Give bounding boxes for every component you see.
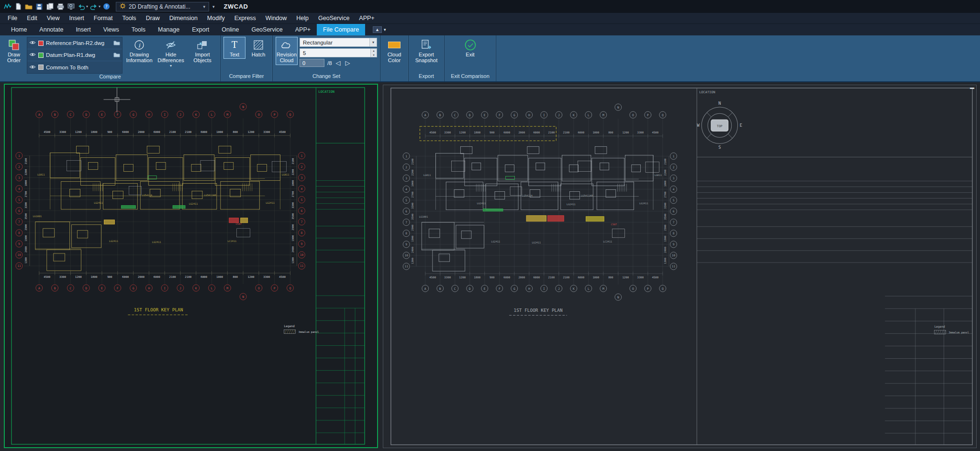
menu-app-plus[interactable]: APP+: [354, 15, 379, 22]
visibility-eye-icon[interactable]: [29, 52, 36, 58]
compass-top-label: TOP: [717, 124, 723, 128]
menu-help[interactable]: Help: [291, 15, 313, 22]
spin-down-icon[interactable]: ▾: [371, 53, 377, 57]
visibility-eye-icon[interactable]: [29, 64, 36, 71]
ribbon-collapse-button[interactable]: ▲ ▾: [373, 24, 386, 35]
svg-text:2900: 2900: [24, 224, 27, 231]
tab-views[interactable]: Views: [97, 24, 125, 35]
save-icon[interactable]: [34, 2, 44, 11]
filter-text-button[interactable]: T Text: [223, 37, 245, 59]
cloud-color-button[interactable]: Cloud Color: [383, 37, 405, 65]
previous-change-button[interactable]: ◁: [335, 59, 342, 66]
svg-text:900: 900: [107, 275, 112, 278]
exit-label: Exit: [466, 52, 474, 57]
menu-tools[interactable]: Tools: [117, 15, 141, 22]
help-icon[interactable]: ?: [101, 2, 111, 11]
spin-up-icon[interactable]: ▴: [371, 49, 377, 53]
menu-geoservice[interactable]: GeoService: [313, 15, 354, 22]
svg-text:LG2411: LG2411: [94, 201, 103, 204]
svg-text:11: 11: [17, 264, 21, 267]
visibility-eye-icon[interactable]: [29, 40, 36, 46]
hide-differences-button[interactable]: Hide Differences ▾: [156, 37, 186, 70]
tab-online[interactable]: Online: [215, 24, 245, 35]
drawing-information-button[interactable]: i Drawing Information: [124, 37, 154, 65]
print-icon[interactable]: [56, 2, 65, 11]
menu-edit[interactable]: Edit: [22, 15, 42, 22]
undo-dropdown-caret[interactable]: ▾: [86, 4, 88, 9]
svg-text:C: C: [69, 113, 71, 117]
svg-text:7: 7: [673, 220, 675, 224]
svg-text:5: 5: [301, 198, 303, 201]
svg-text:2000: 2000: [138, 131, 145, 133]
svg-text:2100: 2100: [24, 158, 27, 164]
tab-home[interactable]: Home: [5, 24, 33, 35]
undo-icon[interactable]: [77, 2, 86, 11]
svg-text:1200: 1200: [75, 131, 82, 133]
tab-app-plus[interactable]: APP+: [289, 24, 317, 35]
change-index-field[interactable]: 0: [300, 59, 324, 67]
svg-text:10: 10: [672, 253, 676, 257]
svg-text:P: P: [274, 113, 276, 117]
tab-file-compare[interactable]: File Compare: [317, 24, 365, 35]
cloud-size-spinner[interactable]: 5 ▴ ▾: [300, 48, 377, 57]
compare-row-common: Common To Both: [27, 61, 122, 73]
svg-text:4: 4: [673, 187, 675, 191]
tab-manage[interactable]: Manage: [152, 24, 186, 35]
svg-text:A: A: [38, 286, 40, 290]
filter-hatch-button[interactable]: Hatch: [247, 37, 269, 59]
tab-tools[interactable]: Tools: [125, 24, 152, 35]
svg-text:O: O: [258, 286, 260, 290]
tab-geoservice[interactable]: GeoService: [245, 24, 289, 35]
tab-annotate[interactable]: Annotate: [33, 24, 69, 35]
menu-draw[interactable]: Draw: [141, 15, 165, 22]
svg-text:3: 3: [673, 176, 675, 180]
plot-preview-icon[interactable]: [66, 2, 76, 11]
compare-row-datum: Datum:Plan-R1.dwg: [27, 49, 122, 61]
cloud-shape-dropdown[interactable]: Rectangular ▾: [300, 38, 377, 47]
svg-text:T: T: [232, 40, 237, 50]
menu-express[interactable]: Express: [230, 15, 261, 22]
export-snapshot-button[interactable]: Export Snapshot: [412, 37, 441, 65]
svg-text:10: 10: [300, 253, 304, 256]
workspace-switcher[interactable]: 2D Drafting & Annotati... ▾: [116, 2, 209, 11]
ribbon-panel-compare: Draw Order Reference:Plan-R2.dwg: [0, 35, 221, 81]
cloud-color-swatch[interactable]: [388, 42, 401, 48]
revision-cloud-button[interactable]: Revision Cloud: [276, 37, 298, 65]
reference-color-swatch[interactable]: [38, 41, 44, 46]
folder-icon[interactable]: [113, 40, 120, 46]
svg-text:1200: 1200: [459, 276, 466, 279]
tab-export[interactable]: Export: [186, 24, 215, 35]
hide-differences-caret-icon[interactable]: ▾: [170, 64, 172, 68]
redo-dropdown-caret[interactable]: ▾: [99, 4, 100, 9]
svg-text:2100: 2100: [411, 158, 414, 165]
window-minimize-icon[interactable]: ▬: [970, 85, 974, 90]
viewport-datum[interactable]: LOCATIONNESWTOPAABBCCDDEEFFGGHHIIJJKKLLM…: [383, 85, 977, 448]
datum-file-label: Datum:Plan-R1.dwg: [46, 52, 111, 58]
folder-icon[interactable]: [113, 52, 120, 58]
svg-text:G: G: [133, 286, 134, 290]
svg-text:N: N: [242, 105, 244, 109]
menu-dimension[interactable]: Dimension: [165, 15, 202, 22]
toolbar-overflow-caret[interactable]: ▾: [210, 4, 217, 9]
viewport-reference[interactable]: LOCATIONAABBCCDDEEFFGGHHIIJJKKLLMMNNOOPP…: [4, 84, 378, 448]
open-folder-icon[interactable]: [24, 2, 33, 11]
menu-modify[interactable]: Modify: [202, 15, 230, 22]
save-as-icon[interactable]: [45, 2, 55, 11]
tab-insert[interactable]: Insert: [69, 24, 97, 35]
svg-text:9: 9: [405, 242, 407, 246]
menu-insert[interactable]: Insert: [65, 15, 89, 22]
common-color-swatch[interactable]: [38, 65, 44, 70]
draw-order-button[interactable]: Draw Order: [3, 37, 25, 65]
menu-window[interactable]: Window: [261, 15, 291, 22]
dropdown-caret-icon[interactable]: ▾: [369, 38, 377, 46]
exit-button[interactable]: Exit: [456, 37, 485, 59]
redo-icon[interactable]: [89, 2, 99, 11]
new-file-icon[interactable]: [13, 2, 23, 11]
menu-file[interactable]: File: [3, 15, 22, 22]
menu-format[interactable]: Format: [89, 15, 118, 22]
datum-color-swatch[interactable]: [38, 53, 44, 58]
next-change-button[interactable]: ▷: [345, 59, 351, 66]
menu-view[interactable]: View: [42, 15, 65, 22]
spinner-arrows[interactable]: ▴ ▾: [370, 49, 377, 57]
import-objects-button[interactable]: Import Objects: [188, 37, 217, 65]
